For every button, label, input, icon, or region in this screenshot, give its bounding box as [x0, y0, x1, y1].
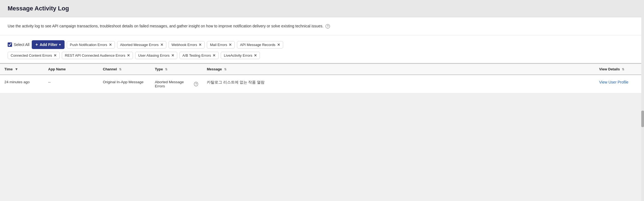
filter-tag-webhook-errors: Webhook Errors ✕ [169, 41, 205, 48]
remove-push-notification-errors[interactable]: ✕ [109, 43, 112, 47]
remove-ab-testing-errors[interactable]: ✕ [213, 54, 216, 57]
cell-time: 24 minutes ago [0, 75, 44, 93]
cell-type: Aborted Message Errors ? [150, 75, 202, 93]
table-row: 24 minutes ago -- Original In-App Messag… [0, 75, 644, 93]
remove-rest-api-connected-audience-errors[interactable]: ✕ [127, 54, 130, 57]
remove-api-message-records[interactable]: ✕ [277, 43, 280, 47]
type-help-icon[interactable]: ? [194, 82, 198, 86]
viewdetails-sort-icon: ⇅ [622, 68, 624, 71]
remove-connected-content-errors[interactable]: ✕ [54, 54, 57, 57]
scrollbar-track[interactable] [641, 0, 644, 201]
cell-app-name: -- [44, 75, 98, 93]
message-sort-icon: ⇅ [224, 68, 227, 71]
description-help-icon[interactable]: ? [326, 24, 330, 28]
col-header-app-name: App Name [44, 64, 98, 75]
remove-liveactivity-errors[interactable]: ✕ [254, 54, 257, 57]
remove-mail-errors[interactable]: ✕ [229, 43, 232, 47]
filter-tag-user-aliasing-errors: User Aliasing Errors ✕ [135, 52, 177, 59]
scrollbar-thumb[interactable] [641, 111, 644, 127]
filter-tag-ab-testing-errors: A/B Testing Errors ✕ [179, 52, 219, 59]
filter-tag-aborted-message-errors: Aborted Message Errors ✕ [117, 41, 166, 48]
col-header-message[interactable]: Message ⇅ [202, 64, 595, 75]
cell-view-details: View User Profile [595, 75, 644, 93]
filters-section: Select All + Add Filter ▾ Push Notificat… [0, 35, 644, 63]
cell-message: 카탈로그 리스트에 없는 작품 열람 [202, 75, 595, 93]
col-header-view-details[interactable]: View Details ⇅ [595, 64, 644, 75]
col-header-type[interactable]: Type ⇅ [150, 64, 202, 75]
remove-aborted-message-errors[interactable]: ✕ [160, 43, 163, 47]
table-header-row: Time ▼ App Name Channel ⇅ Type ⇅ [0, 64, 644, 75]
cell-channel: Original In-App Message [98, 75, 150, 93]
page-title: Message Activity Log [8, 5, 636, 12]
description-text: Use the activity log to see API campaign… [8, 23, 636, 29]
activity-log-table: Time ▼ App Name Channel ⇅ Type ⇅ [0, 63, 644, 93]
header-section: Message Activity Log [0, 0, 644, 17]
filter-row-2: Connected Content Errors ✕ REST API Conn… [8, 52, 636, 59]
table-section: Time ▼ App Name Channel ⇅ Type ⇅ [0, 63, 644, 93]
select-all-wrapper: Select All [8, 42, 30, 47]
filter-tag-connected-content-errors: Connected Content Errors ✕ [8, 52, 60, 59]
description-section: Use the activity log to see API campaign… [0, 17, 644, 35]
select-all-checkbox[interactable] [8, 42, 12, 47]
col-header-channel[interactable]: Channel ⇅ [98, 64, 150, 75]
filter-tag-push-notification-errors: Push Notification Errors ✕ [67, 41, 115, 48]
col-header-time[interactable]: Time ▼ [0, 64, 44, 75]
page-wrapper: Message Activity Log Use the activity lo… [0, 0, 644, 93]
filter-tag-liveactivity-errors: LiveActivity Errors ✕ [221, 52, 260, 59]
time-sort-icon: ▼ [15, 67, 18, 71]
filter-tag-mail-errors: Mail Errors ✕ [207, 41, 235, 48]
remove-webhook-errors[interactable]: ✕ [199, 43, 202, 47]
filter-tag-rest-api-connected-audience-errors: REST API Connected Audience Errors ✕ [62, 52, 133, 59]
filter-tag-api-message-records: API Message Records ✕ [237, 41, 283, 48]
channel-sort-icon: ⇅ [119, 68, 121, 71]
view-user-profile-link[interactable]: View User Profile [599, 80, 628, 84]
type-sort-icon: ⇅ [165, 68, 167, 71]
remove-user-aliasing-errors[interactable]: ✕ [171, 54, 174, 57]
add-filter-button[interactable]: + Add Filter ▾ [32, 40, 65, 49]
filter-row-1: Select All + Add Filter ▾ Push Notificat… [8, 40, 636, 49]
select-all-label: Select All [14, 42, 30, 47]
